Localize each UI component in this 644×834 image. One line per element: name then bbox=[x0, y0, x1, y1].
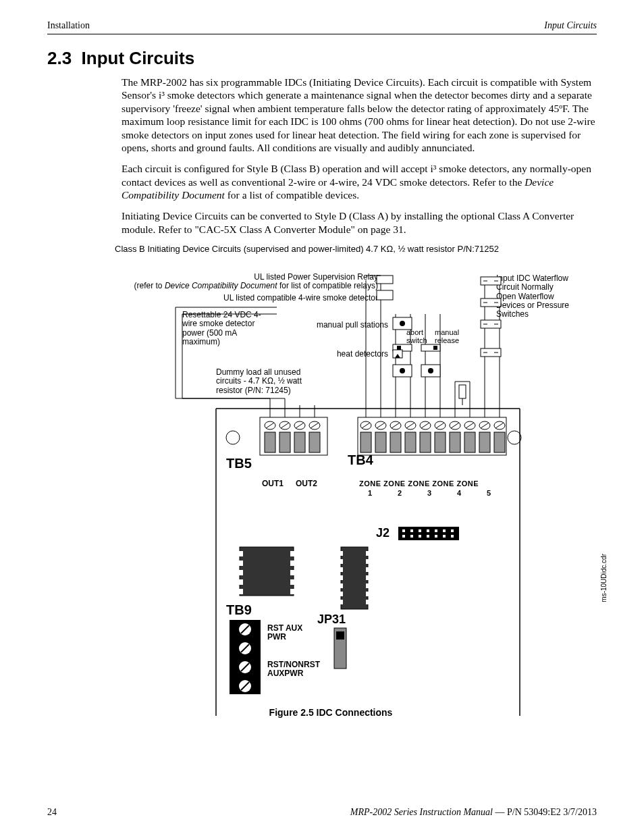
svg-rect-107 bbox=[235, 551, 243, 556]
svg-rect-35 bbox=[375, 432, 386, 452]
page-footer: 24 MRP-2002 Series Instruction Manual — … bbox=[47, 807, 597, 818]
svg-rect-130 bbox=[366, 592, 373, 596]
svg-rect-110 bbox=[235, 579, 243, 585]
figure-caption: Figure 2.5 IDC Connections bbox=[88, 708, 574, 718]
figure-intro-caption: Class B Initiating Device Circuits (supe… bbox=[115, 244, 597, 254]
svg-rect-127 bbox=[366, 567, 373, 572]
svg-rect-125 bbox=[366, 551, 373, 556]
label-tb4: TB4 bbox=[348, 452, 373, 467]
svg-rect-50 bbox=[176, 304, 182, 405]
label-jp31: JP31 bbox=[317, 613, 346, 627]
running-header: Installation Input Circuits bbox=[47, 20, 597, 31]
header-left: Installation bbox=[47, 20, 90, 31]
svg-rect-120 bbox=[336, 567, 343, 572]
paragraph-3: Initiating Device Circuits can be conver… bbox=[122, 209, 597, 236]
svg-rect-41 bbox=[464, 432, 475, 452]
svg-rect-101 bbox=[435, 535, 437, 538]
svg-point-73 bbox=[400, 368, 405, 373]
svg-rect-116 bbox=[290, 589, 298, 594]
svg-rect-10 bbox=[279, 432, 290, 452]
svg-rect-99 bbox=[427, 535, 429, 538]
body-text: The MRP-2002 has six programmable IDCs (… bbox=[122, 76, 597, 236]
label-rst-aux: RST AUX PWR bbox=[267, 624, 315, 642]
svg-rect-119 bbox=[336, 559, 343, 564]
zone-num-5: 5 bbox=[487, 489, 491, 497]
svg-rect-105 bbox=[451, 535, 454, 538]
svg-rect-98 bbox=[427, 529, 429, 532]
svg-rect-106 bbox=[240, 547, 294, 596]
svg-rect-123 bbox=[336, 592, 343, 596]
svg-rect-142 bbox=[336, 631, 344, 640]
svg-rect-11 bbox=[294, 432, 305, 452]
source-file-note: ms-10UDidc.cdr bbox=[600, 554, 608, 602]
paragraph-1: The MRP-2002 has six programmable IDCs (… bbox=[122, 76, 597, 154]
svg-rect-128 bbox=[366, 575, 373, 580]
svg-rect-62 bbox=[377, 290, 393, 300]
svg-rect-94 bbox=[410, 529, 413, 532]
svg-point-44 bbox=[226, 431, 240, 444]
header-rule bbox=[47, 34, 597, 34]
footer-right: MRP-2002 Series Instruction Manual — P/N… bbox=[350, 807, 597, 818]
svg-rect-114 bbox=[290, 570, 298, 575]
label-j2: J2 bbox=[376, 527, 390, 540]
svg-point-45 bbox=[508, 431, 521, 444]
svg-rect-43 bbox=[494, 432, 505, 452]
svg-rect-92 bbox=[402, 529, 405, 532]
svg-rect-109 bbox=[235, 570, 243, 575]
label-tb5: TB5 bbox=[226, 456, 252, 471]
svg-rect-95 bbox=[410, 535, 413, 538]
svg-rect-38 bbox=[420, 432, 431, 452]
label-out2: OUT2 bbox=[296, 479, 317, 488]
diagram-svg bbox=[88, 263, 574, 723]
svg-rect-37 bbox=[405, 432, 416, 452]
svg-rect-40 bbox=[450, 432, 460, 452]
label-rst-nonrst: RST/NONRST AUXPWR bbox=[267, 660, 335, 678]
svg-rect-34 bbox=[360, 432, 371, 452]
svg-rect-69 bbox=[433, 346, 437, 350]
svg-rect-77 bbox=[459, 385, 466, 398]
svg-point-65 bbox=[400, 321, 405, 326]
svg-rect-112 bbox=[290, 551, 298, 556]
svg-rect-36 bbox=[390, 432, 401, 452]
svg-rect-93 bbox=[402, 535, 405, 538]
svg-rect-115 bbox=[290, 579, 298, 585]
section-heading: 2.3 Input Circuits bbox=[47, 48, 597, 69]
svg-rect-97 bbox=[419, 535, 421, 538]
zone-num-4: 4 bbox=[457, 489, 461, 497]
svg-rect-103 bbox=[443, 535, 446, 538]
svg-rect-129 bbox=[366, 583, 373, 588]
svg-rect-126 bbox=[366, 559, 373, 564]
svg-rect-131 bbox=[366, 600, 373, 604]
svg-rect-12 bbox=[309, 432, 320, 452]
svg-rect-102 bbox=[443, 529, 446, 532]
svg-rect-42 bbox=[479, 432, 490, 452]
svg-rect-91 bbox=[398, 527, 459, 540]
svg-rect-96 bbox=[419, 529, 421, 532]
zone-num-1: 1 bbox=[368, 489, 372, 497]
svg-rect-111 bbox=[235, 589, 243, 594]
zone-num-2: 2 bbox=[398, 489, 402, 497]
section-number: 2.3 bbox=[47, 48, 72, 68]
svg-rect-9 bbox=[265, 432, 275, 452]
label-tb9: TB9 bbox=[226, 602, 252, 617]
svg-point-75 bbox=[428, 368, 433, 373]
svg-rect-121 bbox=[336, 575, 343, 580]
svg-rect-118 bbox=[336, 551, 343, 556]
svg-rect-39 bbox=[435, 432, 446, 452]
svg-rect-61 bbox=[377, 276, 393, 284]
label-out1: OUT1 bbox=[262, 479, 284, 488]
svg-rect-100 bbox=[435, 529, 437, 532]
svg-rect-108 bbox=[235, 561, 243, 566]
paragraph-2: Each circuit is configured for Style B (… bbox=[122, 162, 597, 201]
figure-idc-connections: UL listed Power Supervision Relay (refer… bbox=[88, 263, 574, 723]
section-title-text: Input Circuits bbox=[82, 48, 195, 68]
svg-rect-67 bbox=[397, 346, 401, 350]
page-number: 24 bbox=[47, 807, 57, 818]
svg-rect-117 bbox=[341, 547, 368, 609]
svg-rect-104 bbox=[451, 529, 454, 532]
svg-rect-113 bbox=[290, 561, 298, 566]
svg-rect-122 bbox=[336, 583, 343, 588]
zone-num-3: 3 bbox=[427, 489, 431, 497]
svg-rect-124 bbox=[336, 600, 343, 604]
label-zone-row: ZONE ZONE ZONE ZONE ZONE bbox=[359, 479, 479, 488]
